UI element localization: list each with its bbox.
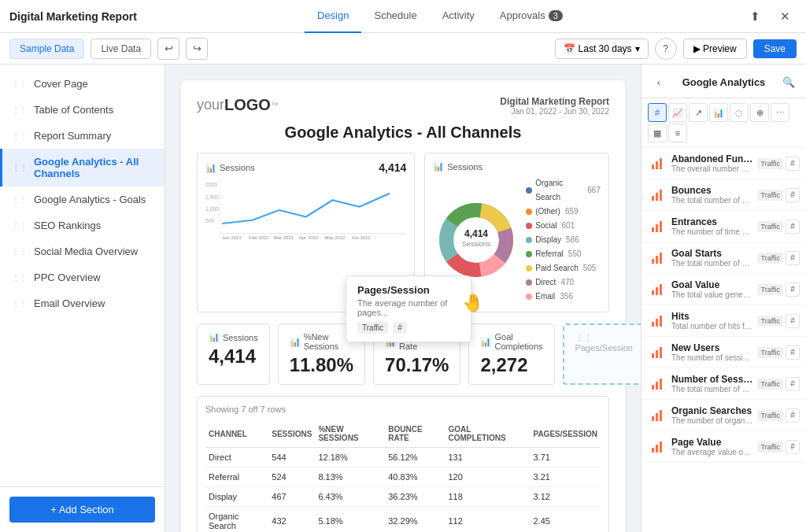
metric-sessions-value: 4,414 [209,345,258,368]
sidebar-nav: ⋮⋮ Cover Page ⋮⋮ Table of Contents ⋮⋮ Re… [0,65,165,486]
sidebar-item-label: Cover Page [34,78,88,90]
metric-tag: Traffic [757,441,783,453]
metric-item-info: Bounces The total number of single... [671,185,752,205]
table-cell: 3.71 [530,448,601,467]
sidebar-item-email[interactable]: ⋮⋮ Email Overview [0,290,165,316]
svg-rect-29 [652,227,654,232]
sidebar-item-social[interactable]: ⋮⋮ Social Media Overview [0,238,165,264]
metric-item-name: Organic Searches [671,405,752,416]
metric-add-button[interactable]: # [786,251,800,265]
tab-schedule[interactable]: Schedule [361,0,429,33]
icon-type-line[interactable]: 📈 [668,103,687,122]
table-cell: 32.29% [385,507,445,533]
donut-legend: Organic Search 667 (Other) 659 Social 60… [526,176,601,304]
logo-area: your LOGO ™ [197,96,279,114]
metric-list-item[interactable]: Number of Sessions p... The total number… [641,368,806,400]
table-cell: 432 [268,507,315,533]
metric-item-name: Abandoned Funnels [671,153,752,164]
icon-type-plus[interactable]: ⊕ [750,103,769,122]
sidebar-item-ppc[interactable]: ⋮⋮ PPC Overview [0,264,165,290]
metric-add-button[interactable]: # [786,188,800,202]
icon-type-bar[interactable]: 📊 [709,103,728,122]
metric-add-button[interactable]: # [786,157,800,171]
metric-list-item[interactable]: Entrances The number of time visitors...… [641,211,806,242]
panel-back-button[interactable]: ‹ [649,72,668,91]
metric-list-item[interactable]: Bounces The total number of single... Tr… [641,179,806,211]
metric-list-item[interactable]: New Users The number of sessions m... Tr… [641,337,806,368]
metric-item-icon [648,343,667,362]
svg-rect-41 [652,353,654,358]
svg-rect-33 [656,256,658,264]
metric-add-button[interactable]: # [786,408,800,423]
table-cell: 131 [445,448,530,467]
svg-rect-39 [656,319,658,327]
svg-text:Sessions: Sessions [462,240,491,248]
metric-add-button[interactable]: # [786,283,800,297]
metric-add-button[interactable]: # [786,377,800,391]
sample-data-button[interactable]: Sample Data [9,39,84,59]
panel-search-button[interactable]: 🔍 [779,72,798,91]
metric-list-item[interactable]: Goal Starts The total number of starts f… [641,242,806,274]
metric-add-button[interactable]: # [786,220,800,234]
metric-goal-value: 2,272 [480,354,542,376]
metric-item-icon [648,154,667,173]
share-button[interactable]: ⬆ [743,5,767,28]
tab-approvals[interactable]: Approvals 3 [487,0,575,33]
preview-button[interactable]: ▶ Preview [683,39,747,59]
sidebar-item-summary[interactable]: ⋮⋮ Report Summary [0,123,165,149]
tab-activity[interactable]: Activity [430,0,487,33]
sidebar-item-ga-all[interactable]: ⋮⋮ Google Analytics - All Channels [0,149,165,187]
svg-rect-40 [660,316,662,327]
table-cell: 112 [445,507,530,533]
calendar-icon: 📅 [564,43,575,54]
sidebar-item-cover[interactable]: ⋮⋮ Cover Page [0,71,165,97]
live-data-button[interactable]: Live Data [91,39,151,59]
metric-item-info: Goal Starts The total number of starts f… [671,248,752,268]
svg-text:Mar 2022: Mar 2022 [274,235,294,240]
svg-rect-24 [656,161,658,169]
metric-item-actions: Traffic # [757,345,800,360]
sidebar-item-label: Report Summary [34,130,111,142]
svg-rect-36 [656,287,658,295]
redo-button[interactable]: ↪ [186,38,208,60]
metric-list-item[interactable]: Organic Searches The number of organic s… [641,400,806,431]
icon-type-more[interactable]: ⋯ [771,103,789,122]
metric-item-actions: Traffic # [757,251,800,265]
col-channel: CHANNEL [205,420,268,448]
icon-type-detail[interactable]: ≡ [668,124,687,142]
sidebar-item-toc[interactable]: ⋮⋮ Table of Contents [0,97,165,123]
toolbar-right: 📅 Last 30 days ▾ ? ▶ Preview Save [555,38,797,60]
metric-sessions-label: 📊 Sessions [209,332,258,342]
metric-tag: Traffic [757,221,783,232]
help-button[interactable]: ? [655,38,677,60]
close-button[interactable]: ✕ [773,5,797,28]
metric-bounce-value: 70.17% [385,354,449,376]
metric-add-button[interactable]: # [786,345,800,360]
metric-item-actions: Traffic # [757,408,800,423]
svg-rect-25 [660,158,662,169]
right-panel: ‹ Google Analytics 🔍 # 📈 ↗ 📊 ◌ ⊕ ⋯ ▦ ≡ A… [641,65,806,532]
metric-add-button[interactable]: # [786,314,800,328]
save-button[interactable]: Save [753,39,797,58]
sidebar: ⋮⋮ Cover Page ⋮⋮ Table of Contents ⋮⋮ Re… [0,65,165,532]
date-range-button[interactable]: 📅 Last 30 days ▾ [555,39,649,59]
tab-design[interactable]: Design [305,0,361,33]
svg-rect-49 [660,410,662,421]
metric-list-item[interactable]: Page Value The average value of this pag… [641,431,806,463]
icon-type-arrow[interactable]: ↗ [689,103,708,122]
metric-list-item[interactable]: Abandoned Funnels The overall number of … [641,148,806,179]
icon-type-pie[interactable]: ◌ [730,103,749,122]
sidebar-item-label: Google Analytics - All Channels [34,156,155,179]
metric-add-button[interactable]: # [786,440,800,454]
metric-list-item[interactable]: Goal Value The total value generated Tra… [641,274,806,305]
metric-list-item[interactable]: Hits Total number of hits for this... Tr… [641,305,806,337]
icon-type-table[interactable]: ▦ [648,124,667,142]
table-cell: 40.83% [385,467,445,487]
svg-rect-51 [656,445,658,453]
add-section-button[interactable]: + Add Section [9,497,155,523]
popup-tags: Traffic # [357,322,460,334]
sidebar-item-seo[interactable]: ⋮⋮ SEO Rankings [0,212,165,238]
sidebar-item-ga-goals[interactable]: ⋮⋮ Google Analytics - Goals [0,187,165,212]
undo-button[interactable]: ↩ [157,38,179,60]
icon-type-hash[interactable]: # [648,103,667,122]
